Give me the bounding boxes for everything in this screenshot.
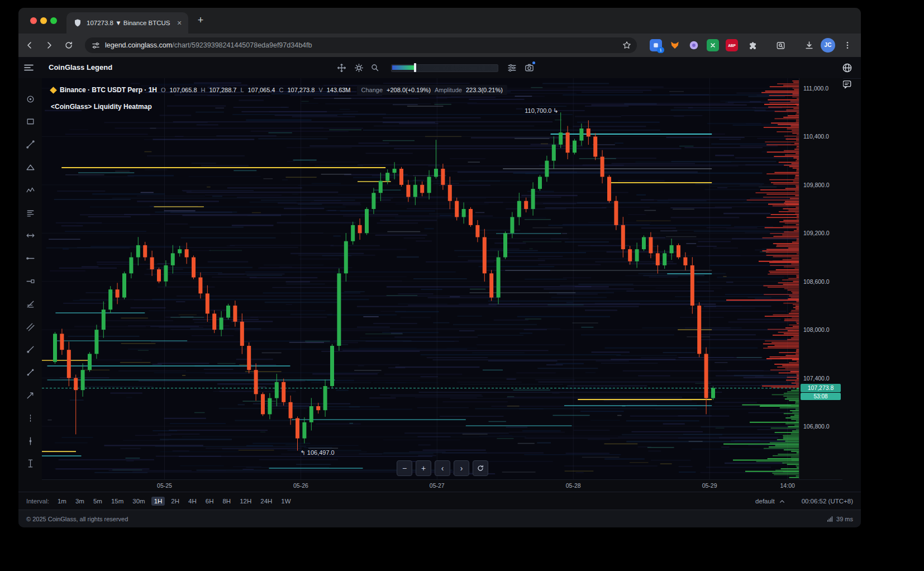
price-tick-label: 111,000.0 bbox=[803, 85, 828, 92]
interval-1W[interactable]: 1W bbox=[278, 497, 293, 506]
tool-segment-icon[interactable] bbox=[23, 366, 37, 379]
tab-close-icon[interactable]: ✕ bbox=[175, 18, 184, 27]
high-value: 107,288.7 bbox=[209, 87, 236, 93]
tool-fib-retracement-icon[interactable] bbox=[23, 297, 37, 311]
downloads-icon[interactable] bbox=[802, 39, 816, 52]
bookmark-star-icon[interactable] bbox=[622, 41, 631, 50]
time-axis[interactable]: 05-2505-2605-2705-2805-2914:00 bbox=[42, 479, 842, 492]
tool-horizontal-ray-icon[interactable] bbox=[23, 252, 37, 265]
tool-vertical-line-icon[interactable] bbox=[23, 434, 37, 448]
time-tick-label: 05-26 bbox=[288, 482, 313, 489]
tool-triangle-pattern-icon[interactable] bbox=[23, 160, 37, 174]
notification-dot bbox=[532, 61, 535, 64]
tool-trend-line-icon[interactable] bbox=[23, 138, 37, 151]
interval-label: Interval: bbox=[26, 498, 49, 505]
interval-bar: Interval: 1m3m5m15m30m1H2H4H6H8H12H24H1W… bbox=[18, 492, 861, 510]
tool-heatmap-levels-icon[interactable] bbox=[23, 206, 37, 220]
window-minimize-button[interactable] bbox=[40, 17, 47, 24]
change-box: Change +208.0(+0.19%) Amplitude 223.3(0.… bbox=[357, 85, 507, 95]
new-tab-button[interactable]: + bbox=[193, 13, 208, 28]
heatmap-intensity-slider[interactable] bbox=[391, 64, 498, 72]
interval-6H[interactable]: 6H bbox=[203, 497, 217, 506]
filter-settings-icon[interactable] bbox=[505, 61, 518, 74]
binance-icon bbox=[50, 87, 57, 94]
search-icon[interactable] bbox=[368, 61, 382, 74]
tool-vertical-dots-icon[interactable] bbox=[23, 411, 37, 425]
time-tick-label: 14:00 bbox=[775, 482, 800, 489]
pan-left-button[interactable]: ‹ bbox=[435, 460, 450, 476]
interval-30m[interactable]: 30m bbox=[130, 497, 147, 506]
interval-1H[interactable]: 1H bbox=[151, 497, 165, 506]
settings-gear-icon[interactable] bbox=[352, 61, 365, 74]
amplitude-label: Amplitude bbox=[435, 87, 462, 93]
price-tick-label: 109,800.0 bbox=[803, 182, 830, 188]
extension-icon-green[interactable] bbox=[707, 39, 719, 51]
amplitude-value: 223.3(0.21%) bbox=[466, 87, 503, 93]
interval-4H[interactable]: 4H bbox=[185, 497, 199, 506]
search-tabs-icon[interactable] bbox=[774, 39, 787, 52]
tool-parallel-channel-icon[interactable] bbox=[23, 320, 37, 334]
zoom-out-button[interactable]: − bbox=[397, 460, 412, 476]
browser-tab[interactable]: 107273.8 ▼ Binance BTCUSD ✕ bbox=[66, 12, 188, 34]
interval-3m[interactable]: 3m bbox=[73, 497, 87, 506]
tool-ellipse-icon[interactable] bbox=[23, 92, 37, 106]
latency-signal-icon bbox=[827, 516, 833, 522]
chevron-up-icon[interactable] bbox=[779, 499, 785, 503]
layout-selector[interactable]: default bbox=[755, 498, 775, 505]
pan-right-button[interactable]: › bbox=[454, 460, 469, 476]
reload-button-icon[interactable] bbox=[62, 39, 75, 52]
interval-12H[interactable]: 12H bbox=[237, 497, 254, 506]
tool-wave-pattern-icon[interactable] bbox=[23, 183, 37, 197]
tool-arrow-marker-icon[interactable] bbox=[23, 388, 37, 402]
tab-strip: 107273.8 ▼ Binance BTCUSD ✕ + bbox=[18, 8, 861, 34]
interval-8H[interactable]: 8H bbox=[220, 497, 234, 506]
window-zoom-button[interactable] bbox=[50, 17, 57, 24]
volume-label: V bbox=[318, 87, 322, 93]
tool-rectangle-icon[interactable] bbox=[23, 115, 37, 129]
zo om-in-button[interactable]: + bbox=[416, 460, 431, 476]
tool-price-range-icon[interactable] bbox=[23, 457, 37, 470]
price-axis[interactable]: 107,273.8 53:08 111,000.0110,400.0109,80… bbox=[799, 78, 843, 479]
interval-2H[interactable]: 2H bbox=[168, 497, 182, 506]
interval-1m[interactable]: 1m bbox=[55, 497, 69, 506]
tool-ray-line-icon[interactable] bbox=[23, 343, 37, 356]
interval-24H[interactable]: 24H bbox=[258, 497, 275, 506]
interval-15m[interactable]: 15m bbox=[108, 497, 126, 506]
drawing-tools-sidebar bbox=[18, 78, 42, 492]
screenshot-camera-icon[interactable] bbox=[522, 61, 536, 74]
menu-hamburger-icon[interactable] bbox=[24, 63, 34, 72]
extension-icon-blue[interactable]: 1 bbox=[650, 39, 662, 51]
tool-extend-line-icon[interactable] bbox=[23, 229, 37, 242]
adblock-plus-icon[interactable]: ABP bbox=[726, 39, 738, 51]
url-bar[interactable]: legend.coinglass.com/chart/5923939824144… bbox=[85, 37, 637, 53]
desktop: { "browser": { "tab": { "title": "107273… bbox=[0, 0, 924, 571]
back-button-icon[interactable] bbox=[23, 39, 36, 52]
extensions-puzzle-icon[interactable] bbox=[746, 39, 758, 51]
liquidity-heatmap-chart[interactable] bbox=[42, 78, 799, 479]
open-value: 107,065.8 bbox=[170, 87, 197, 93]
slider-thumb[interactable] bbox=[414, 63, 416, 72]
change-label: Change bbox=[361, 87, 383, 93]
menu-kebab-icon[interactable] bbox=[841, 39, 854, 52]
chart-plot[interactable]: Binance · BTC USDT Perp · 1H O107,065.8 … bbox=[42, 78, 799, 479]
time-tick-label: 05-27 bbox=[425, 482, 449, 489]
profile-avatar[interactable]: JC bbox=[821, 38, 835, 53]
extension-icon-purple[interactable] bbox=[688, 39, 700, 51]
volume-value: 143.63M bbox=[327, 87, 351, 93]
metamask-icon[interactable] bbox=[669, 39, 681, 51]
window-close-button[interactable] bbox=[30, 17, 37, 24]
tool-price-label-icon[interactable] bbox=[23, 274, 37, 288]
close-value: 107,273.8 bbox=[287, 87, 315, 93]
interval-5m[interactable]: 5m bbox=[91, 497, 105, 506]
interval-buttons: 1m3m5m15m30m1H2H4H6H8H12H24H1W bbox=[55, 497, 294, 506]
reset-view-button[interactable] bbox=[473, 460, 488, 476]
time-tick-label: 05-29 bbox=[697, 482, 722, 489]
url-text[interactable]: legend.coinglass.com/chart/5923939824144… bbox=[105, 41, 622, 49]
chart-nav-buttons: − + ‹ › bbox=[397, 460, 488, 476]
move-tool-icon[interactable] bbox=[335, 61, 348, 74]
open-label: O bbox=[161, 87, 166, 93]
forward-button-icon[interactable] bbox=[42, 39, 56, 52]
globe-icon[interactable] bbox=[841, 61, 853, 74]
symbol-label: Binance · BTC USDT Perp · 1H bbox=[60, 86, 157, 94]
site-controls-icon[interactable] bbox=[92, 41, 100, 50]
